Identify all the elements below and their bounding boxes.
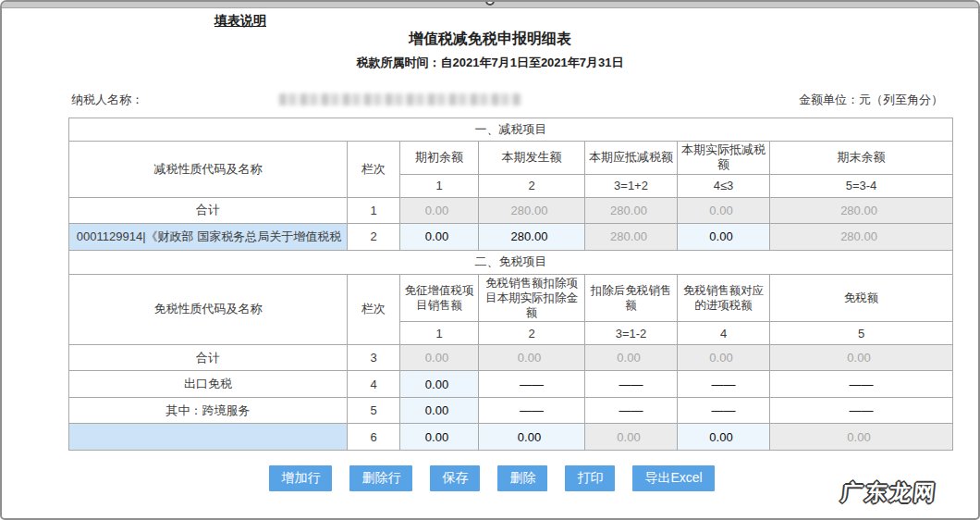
exemption-code-select-cell[interactable] [69, 424, 348, 451]
window-drag-notch [485, 0, 495, 6]
value-cell: 0.00 [678, 345, 770, 371]
col-formula: 2 [479, 174, 585, 197]
print-button[interactable]: 打印 [565, 465, 615, 491]
value-cell[interactable]: 0.00 [400, 398, 479, 424]
reduction-section-title: 一、减税项目 [69, 118, 953, 142]
col-header: 免税销售额对应的进项税额 [678, 274, 770, 322]
reduction-name-header: 减税性质代码及名称 [69, 142, 348, 198]
na-cell: —— [678, 371, 770, 398]
col-header: 本期实际抵减税额 [678, 142, 770, 175]
save-button[interactable]: 保存 [430, 465, 480, 491]
declaration-table: 一、减税项目 减税性质代码及名称 栏次 期初余额 本期发生额 本期应抵减税额 本… [68, 118, 953, 451]
table-row: 0001129914|《财政部 国家税务总局关于增值税税 2 0.00 280.… [69, 223, 953, 250]
col-header: 本期应抵减税额 [585, 142, 678, 175]
col-header: 期初余额 [400, 142, 479, 175]
na-cell: —— [479, 398, 585, 424]
row-name-cell: 其中：跨境服务 [69, 398, 348, 424]
col-header: 期末余额 [770, 142, 953, 175]
line-no-header: 栏次 [348, 274, 400, 345]
na-cell: —— [770, 398, 953, 424]
line-no-header: 栏次 [348, 142, 400, 198]
watermark-text: 广东龙网 [839, 478, 938, 507]
value-cell: 0.00 [585, 424, 678, 451]
value-cell: 280.00 [770, 197, 953, 223]
reduction-code-select-cell[interactable]: 0001129914|《财政部 国家税务总局关于增值税税 [69, 223, 348, 250]
value-cell[interactable]: 0.00 [678, 223, 770, 250]
col-formula: 4≤3 [678, 174, 770, 197]
row-name-cell: 合计 [69, 197, 348, 223]
row-line-cell: 4 [348, 371, 400, 398]
value-cell[interactable]: 0.00 [400, 424, 479, 451]
row-line-cell: 6 [348, 424, 400, 451]
amount-unit-note: 金额单位：元（列至角分） [799, 92, 943, 108]
col-formula: 5 [770, 322, 953, 345]
page-title: 增值税减免税申报明细表 [2, 30, 978, 49]
form-window: 填表说明 增值税减免税申报明细表 税款所属时间：自2021年7月1日至2021年… [0, 0, 980, 520]
value-cell: 0.00 [770, 424, 953, 451]
col-header: 本期发生额 [479, 142, 585, 175]
value-cell: 280.00 [585, 197, 678, 223]
table-row: 出口免税 4 0.00 —— —— —— —— [69, 371, 953, 398]
value-cell[interactable]: 0.00 [678, 424, 770, 451]
col-header: 免征增值税项目销售额 [400, 274, 479, 322]
table-row: 其中：跨境服务 5 0.00 —— —— —— —— [69, 398, 953, 424]
row-line-cell: 2 [348, 223, 400, 250]
value-cell: 280.00 [585, 223, 678, 250]
add-row-button[interactable]: 增加行 [269, 465, 332, 491]
col-formula: 4 [678, 322, 770, 345]
value-cell[interactable]: 280.00 [479, 223, 585, 250]
na-cell: —— [585, 371, 678, 398]
row-line-cell: 3 [348, 345, 400, 371]
na-cell: —— [678, 398, 770, 424]
row-name-cell: 出口免税 [69, 371, 348, 398]
value-cell: 0.00 [400, 197, 479, 223]
value-cell: 0.00 [770, 345, 953, 371]
col-header: 免税额 [770, 274, 953, 322]
value-cell: 0.00 [678, 197, 770, 223]
tax-period: 税款所属时间：自2021年7月1日至2021年7月31日 [2, 55, 978, 71]
value-cell: 280.00 [479, 197, 585, 223]
exemption-name-header: 免税性质代码及名称 [69, 274, 348, 345]
col-formula: 5=3-4 [770, 174, 953, 197]
row-line-cell: 1 [348, 197, 400, 223]
delete-row-button[interactable]: 删除行 [349, 465, 412, 491]
delete-button[interactable]: 删除 [497, 465, 547, 491]
value-cell: 280.00 [770, 223, 953, 250]
col-formula: 2 [479, 322, 585, 345]
na-cell: —— [479, 371, 585, 398]
exemption-section-title: 二、免税项目 [69, 250, 953, 274]
window-top-bar [2, 2, 978, 8]
value-cell: 0.00 [400, 345, 479, 371]
na-cell: —— [585, 398, 678, 424]
row-line-cell: 5 [348, 398, 400, 424]
value-cell: 0.00 [585, 345, 678, 371]
value-cell[interactable]: 0.00 [479, 424, 585, 451]
export-excel-button[interactable]: 导出Excel [632, 465, 714, 491]
value-cell[interactable]: 0.00 [400, 371, 479, 398]
row-name-cell: 合计 [69, 345, 348, 371]
taxpayer-name-redacted [279, 93, 521, 105]
col-formula: 1 [400, 174, 479, 197]
table-row: 合计 3 0.00 0.00 0.00 0.00 0.00 [69, 345, 953, 371]
toolbar: 增加行 删除行 保存 删除 打印 导出Excel [2, 465, 980, 491]
col-formula: 3=1-2 [585, 322, 678, 345]
col-formula: 1 [400, 322, 479, 345]
col-header: 扣除后免税销售额 [585, 274, 678, 322]
na-cell: —— [770, 371, 953, 398]
fill-instructions-link[interactable]: 填表说明 [214, 13, 266, 30]
value-cell: 0.00 [479, 345, 585, 371]
taxpayer-name-label: 纳税人名称： [71, 92, 143, 108]
table-row: 合计 1 0.00 280.00 280.00 0.00 280.00 [69, 197, 953, 223]
col-formula: 3=1+2 [585, 174, 678, 197]
table-row: 6 0.00 0.00 0.00 0.00 0.00 [69, 424, 953, 451]
col-header: 免税销售额扣除项目本期实际扣除金额 [479, 274, 585, 322]
value-cell[interactable]: 0.00 [400, 223, 479, 250]
